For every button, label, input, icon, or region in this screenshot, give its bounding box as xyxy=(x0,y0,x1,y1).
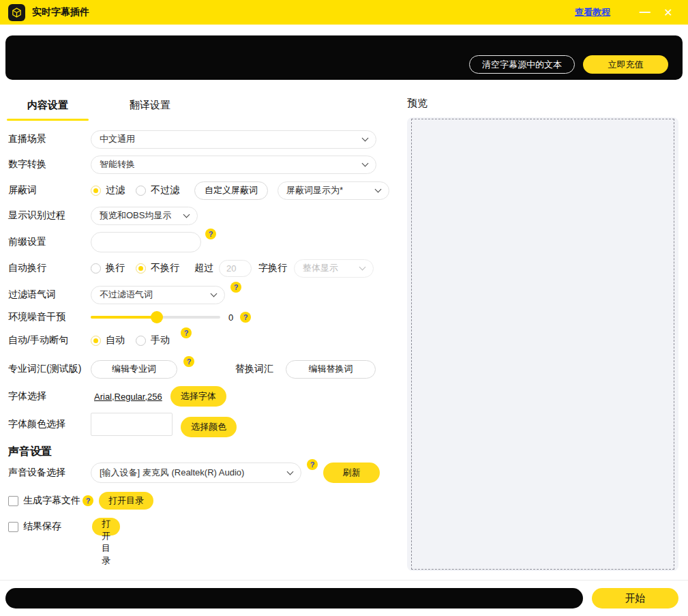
custom-blocked-words-button[interactable]: 自定义屏蔽词 xyxy=(194,181,268,200)
chevron-down-icon xyxy=(375,186,382,192)
help-icon[interactable]: ? xyxy=(183,356,194,367)
prefix-label: 前缀设置 xyxy=(8,236,91,248)
replace-words-label: 替换词汇 xyxy=(235,363,273,375)
subtitle-file-label: 生成字幕文件 xyxy=(23,495,80,507)
tab-content-settings[interactable]: 内容设置 xyxy=(7,99,89,112)
help-icon[interactable]: ? xyxy=(83,495,93,506)
settings-tabs: 内容设置 翻译设置 xyxy=(0,99,382,121)
cube-logo-icon xyxy=(11,7,23,18)
pro-words-label: 专业词汇(测试版) xyxy=(8,363,91,375)
blocked-words-display-select[interactable]: 屏蔽词显示为* xyxy=(278,181,389,200)
filler-words-label: 过滤语气词 xyxy=(8,289,91,301)
row-number-convert: 数字转换 智能转换 xyxy=(8,155,376,174)
subtitle-file-checkbox[interactable] xyxy=(8,496,18,506)
wrap-mode-value: 整体显示 xyxy=(303,262,338,274)
open-result-dir-button[interactable]: 打开目录 xyxy=(92,518,120,536)
wrap-suffix-label: 字换行 xyxy=(258,262,287,274)
sound-device-value: [输入设备] 麦克风 (Realtek(R) Audio) xyxy=(100,467,244,479)
slider-thumb[interactable] xyxy=(151,311,163,323)
radio-no-wrap[interactable]: 不换行 xyxy=(136,262,179,274)
row-subtitle-file: 生成字幕文件 ? 打开目录 xyxy=(8,491,153,510)
tab-translate-settings[interactable]: 翻译设置 xyxy=(109,99,191,112)
radio-button-icon[interactable] xyxy=(91,263,101,274)
punctuation-label: 自动/手动断句 xyxy=(8,334,91,347)
minimize-button[interactable]: — xyxy=(633,0,657,25)
start-button[interactable]: 开始 xyxy=(592,588,678,608)
clear-subtitle-text-button[interactable]: 清空字幕源中的文本 xyxy=(469,55,575,74)
row-sound-device: 声音设备选择 [输入设备] 麦克风 (Realtek(R) Audio) ? 刷… xyxy=(8,463,380,483)
radio-button-icon[interactable] xyxy=(136,186,146,196)
help-icon[interactable]: ? xyxy=(181,327,192,338)
live-scene-select[interactable]: 中文通用 xyxy=(91,130,376,149)
row-result-save: 结果保存 打开目录 xyxy=(8,517,61,536)
show-process-value: 预览和OBS均显示 xyxy=(100,209,171,222)
filler-words-select[interactable]: 不过滤语气词 xyxy=(91,286,225,304)
row-blocked-words: 屏蔽词 过滤 不过滤 自定义屏蔽词 屏蔽词显示为* xyxy=(8,181,389,200)
chevron-down-icon xyxy=(183,211,190,218)
row-font-select: 字体选择 Arial,Regular,256 选择字体 xyxy=(8,386,226,407)
wrap-count-input[interactable] xyxy=(219,260,252,277)
row-noise: 环境噪音干预 0 ? xyxy=(8,308,251,327)
auto-wrap-label: 自动换行 xyxy=(8,262,91,274)
noise-value: 0 xyxy=(228,312,233,323)
radio-manual-label: 手动 xyxy=(151,334,170,347)
edit-pro-words-button[interactable]: 编辑专业词 xyxy=(91,360,177,379)
row-auto-wrap: 自动换行 换行 不换行 超过 字换行 整体显示 xyxy=(8,259,374,278)
blocked-words-display-value: 屏蔽词显示为* xyxy=(286,184,343,196)
chevron-down-icon xyxy=(287,468,294,475)
radio-auto-label: 自动 xyxy=(106,334,125,347)
recharge-button[interactable]: 立即充值 xyxy=(583,55,668,74)
choose-color-button[interactable]: 选择颜色 xyxy=(181,417,237,437)
app-title: 实时字幕插件 xyxy=(32,6,89,18)
sound-device-select[interactable]: [输入设备] 麦克风 (Realtek(R) Audio) xyxy=(91,463,301,483)
tutorial-link[interactable]: 查看教程 xyxy=(575,6,610,18)
radio-button-icon[interactable] xyxy=(91,336,101,346)
help-icon[interactable]: ? xyxy=(307,459,318,470)
radio-button-icon[interactable] xyxy=(136,263,146,274)
number-convert-select[interactable]: 智能转换 xyxy=(91,156,376,174)
choose-font-button[interactable]: 选择字体 xyxy=(170,386,226,407)
radio-button-icon[interactable] xyxy=(136,336,146,346)
prefix-input[interactable] xyxy=(91,232,201,252)
preview-area xyxy=(407,117,678,571)
radio-button-icon[interactable] xyxy=(91,186,101,196)
radio-filter[interactable]: 过滤 xyxy=(91,184,125,196)
chevron-down-icon xyxy=(362,160,369,166)
sound-device-label: 声音设备选择 xyxy=(8,467,91,479)
exceed-label: 超过 xyxy=(194,262,213,274)
radio-manual[interactable]: 手动 xyxy=(136,334,170,347)
row-show-process: 显示识别过程 预览和OBS均显示 xyxy=(8,206,198,225)
active-tab-underline xyxy=(7,119,89,121)
subtitle-source-banner: 清空字幕源中的文本 立即充值 xyxy=(5,35,683,80)
sound-section-title: 声音设置 xyxy=(8,445,52,459)
radio-no-filter[interactable]: 不过滤 xyxy=(136,184,179,196)
refresh-device-button[interactable]: 刷新 xyxy=(323,463,380,483)
result-save-checkbox[interactable] xyxy=(8,522,18,532)
font-color-label: 字体颜色选择 xyxy=(8,418,91,430)
help-icon[interactable]: ? xyxy=(240,312,251,323)
radio-auto[interactable]: 自动 xyxy=(91,334,125,347)
live-scene-value: 中文通用 xyxy=(100,133,135,145)
row-prefix: 前缀设置 ? xyxy=(8,232,216,252)
font-color-input[interactable] xyxy=(91,413,173,436)
app-logo xyxy=(8,4,25,21)
radio-no-wrap-label: 不换行 xyxy=(151,262,179,274)
noise-slider[interactable] xyxy=(91,311,220,323)
preview-dashed-border xyxy=(411,119,674,570)
open-subtitle-dir-button[interactable]: 打开目录 xyxy=(99,492,153,510)
number-convert-value: 智能转换 xyxy=(100,158,135,171)
show-process-label: 显示识别过程 xyxy=(8,209,91,222)
font-select-label: 字体选择 xyxy=(8,390,91,402)
close-button[interactable]: ✕ xyxy=(657,0,680,25)
show-process-select[interactable]: 预览和OBS均显示 xyxy=(91,207,198,225)
row-font-color: 字体颜色选择 选择颜色 xyxy=(8,413,237,436)
wrap-mode-select[interactable]: 整体显示 xyxy=(294,259,374,278)
radio-no-filter-label: 不过滤 xyxy=(151,184,179,196)
chevron-down-icon xyxy=(359,263,366,270)
help-icon[interactable]: ? xyxy=(230,282,241,293)
radio-wrap[interactable]: 换行 xyxy=(91,262,125,274)
edit-replace-words-button[interactable]: 编辑替换词 xyxy=(286,360,376,379)
current-font-link[interactable]: Arial,Regular,256 xyxy=(94,392,162,402)
help-icon[interactable]: ? xyxy=(205,229,216,239)
row-pro-words: 专业词汇(测试版) 编辑专业词 ? 替换词汇 编辑替换词 xyxy=(8,360,376,379)
